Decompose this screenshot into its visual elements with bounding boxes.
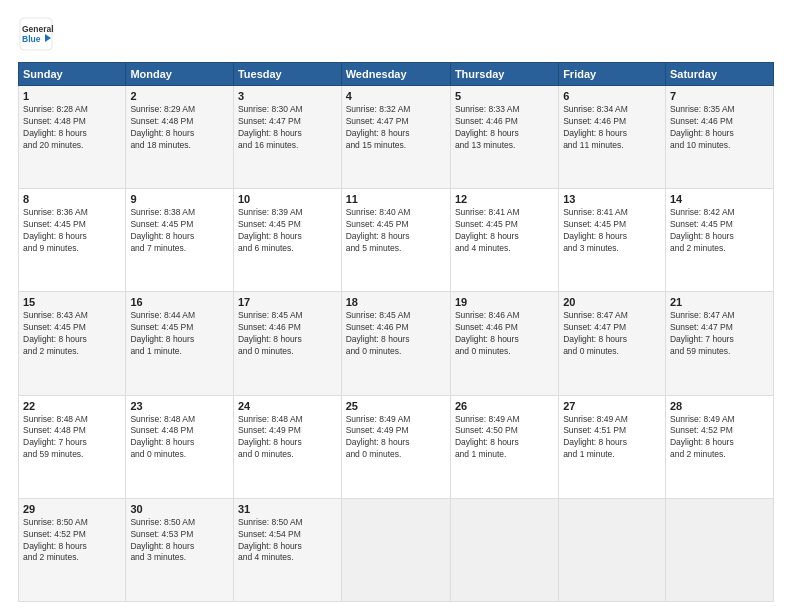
- calendar-body: 1Sunrise: 8:28 AM Sunset: 4:48 PM Daylig…: [19, 86, 774, 602]
- week-row-5: 29Sunrise: 8:50 AM Sunset: 4:52 PM Dayli…: [19, 498, 774, 601]
- header-cell-tuesday: Tuesday: [233, 63, 341, 86]
- header-cell-wednesday: Wednesday: [341, 63, 450, 86]
- day-number: 24: [238, 400, 337, 412]
- week-row-2: 8Sunrise: 8:36 AM Sunset: 4:45 PM Daylig…: [19, 189, 774, 292]
- day-number: 15: [23, 296, 121, 308]
- day-info: Sunrise: 8:30 AM Sunset: 4:47 PM Dayligh…: [238, 104, 337, 152]
- day-number: 2: [130, 90, 229, 102]
- day-number: 18: [346, 296, 446, 308]
- day-info: Sunrise: 8:49 AM Sunset: 4:49 PM Dayligh…: [346, 414, 446, 462]
- day-cell: 9Sunrise: 8:38 AM Sunset: 4:45 PM Daylig…: [126, 189, 234, 292]
- day-info: Sunrise: 8:45 AM Sunset: 4:46 PM Dayligh…: [346, 310, 446, 358]
- header-cell-sunday: Sunday: [19, 63, 126, 86]
- day-number: 3: [238, 90, 337, 102]
- day-cell: 30Sunrise: 8:50 AM Sunset: 4:53 PM Dayli…: [126, 498, 234, 601]
- day-cell: 2Sunrise: 8:29 AM Sunset: 4:48 PM Daylig…: [126, 86, 234, 189]
- day-cell: 6Sunrise: 8:34 AM Sunset: 4:46 PM Daylig…: [559, 86, 666, 189]
- day-cell: 7Sunrise: 8:35 AM Sunset: 4:46 PM Daylig…: [665, 86, 773, 189]
- day-info: Sunrise: 8:48 AM Sunset: 4:48 PM Dayligh…: [23, 414, 121, 462]
- day-number: 21: [670, 296, 769, 308]
- day-number: 14: [670, 193, 769, 205]
- day-info: Sunrise: 8:41 AM Sunset: 4:45 PM Dayligh…: [563, 207, 661, 255]
- day-cell: 26Sunrise: 8:49 AM Sunset: 4:50 PM Dayli…: [450, 395, 558, 498]
- day-info: Sunrise: 8:38 AM Sunset: 4:45 PM Dayligh…: [130, 207, 229, 255]
- day-info: Sunrise: 8:28 AM Sunset: 4:48 PM Dayligh…: [23, 104, 121, 152]
- day-number: 16: [130, 296, 229, 308]
- day-cell: 1Sunrise: 8:28 AM Sunset: 4:48 PM Daylig…: [19, 86, 126, 189]
- week-row-1: 1Sunrise: 8:28 AM Sunset: 4:48 PM Daylig…: [19, 86, 774, 189]
- day-info: Sunrise: 8:39 AM Sunset: 4:45 PM Dayligh…: [238, 207, 337, 255]
- day-cell: 27Sunrise: 8:49 AM Sunset: 4:51 PM Dayli…: [559, 395, 666, 498]
- day-number: 29: [23, 503, 121, 515]
- day-number: 17: [238, 296, 337, 308]
- day-info: Sunrise: 8:43 AM Sunset: 4:45 PM Dayligh…: [23, 310, 121, 358]
- day-info: Sunrise: 8:36 AM Sunset: 4:45 PM Dayligh…: [23, 207, 121, 255]
- header-cell-monday: Monday: [126, 63, 234, 86]
- day-number: 8: [23, 193, 121, 205]
- day-cell: 17Sunrise: 8:45 AM Sunset: 4:46 PM Dayli…: [233, 292, 341, 395]
- day-cell: 23Sunrise: 8:48 AM Sunset: 4:48 PM Dayli…: [126, 395, 234, 498]
- day-number: 28: [670, 400, 769, 412]
- day-cell: 24Sunrise: 8:48 AM Sunset: 4:49 PM Dayli…: [233, 395, 341, 498]
- day-number: 22: [23, 400, 121, 412]
- day-cell: 20Sunrise: 8:47 AM Sunset: 4:47 PM Dayli…: [559, 292, 666, 395]
- day-number: 30: [130, 503, 229, 515]
- calendar-page: General Blue SundayMondayTuesdayWednesda…: [0, 0, 792, 612]
- day-cell: 3Sunrise: 8:30 AM Sunset: 4:47 PM Daylig…: [233, 86, 341, 189]
- logo: General Blue: [18, 16, 54, 52]
- header-row: SundayMondayTuesdayWednesdayThursdayFrid…: [19, 63, 774, 86]
- day-number: 20: [563, 296, 661, 308]
- day-info: Sunrise: 8:41 AM Sunset: 4:45 PM Dayligh…: [455, 207, 554, 255]
- day-cell: 4Sunrise: 8:32 AM Sunset: 4:47 PM Daylig…: [341, 86, 450, 189]
- day-number: 5: [455, 90, 554, 102]
- day-cell: [341, 498, 450, 601]
- day-number: 1: [23, 90, 121, 102]
- day-info: Sunrise: 8:44 AM Sunset: 4:45 PM Dayligh…: [130, 310, 229, 358]
- day-cell: [559, 498, 666, 601]
- day-cell: 21Sunrise: 8:47 AM Sunset: 4:47 PM Dayli…: [665, 292, 773, 395]
- week-row-4: 22Sunrise: 8:48 AM Sunset: 4:48 PM Dayli…: [19, 395, 774, 498]
- day-cell: 25Sunrise: 8:49 AM Sunset: 4:49 PM Dayli…: [341, 395, 450, 498]
- header-cell-friday: Friday: [559, 63, 666, 86]
- day-cell: 29Sunrise: 8:50 AM Sunset: 4:52 PM Dayli…: [19, 498, 126, 601]
- day-info: Sunrise: 8:50 AM Sunset: 4:53 PM Dayligh…: [130, 517, 229, 565]
- svg-text:Blue: Blue: [22, 34, 41, 44]
- day-info: Sunrise: 8:49 AM Sunset: 4:51 PM Dayligh…: [563, 414, 661, 462]
- calendar-table: SundayMondayTuesdayWednesdayThursdayFrid…: [18, 62, 774, 602]
- day-info: Sunrise: 8:29 AM Sunset: 4:48 PM Dayligh…: [130, 104, 229, 152]
- day-cell: 8Sunrise: 8:36 AM Sunset: 4:45 PM Daylig…: [19, 189, 126, 292]
- day-number: 25: [346, 400, 446, 412]
- day-info: Sunrise: 8:48 AM Sunset: 4:49 PM Dayligh…: [238, 414, 337, 462]
- day-cell: [665, 498, 773, 601]
- header-cell-saturday: Saturday: [665, 63, 773, 86]
- day-number: 6: [563, 90, 661, 102]
- logo-svg-icon: General Blue: [18, 16, 54, 52]
- day-info: Sunrise: 8:49 AM Sunset: 4:50 PM Dayligh…: [455, 414, 554, 462]
- day-cell: 15Sunrise: 8:43 AM Sunset: 4:45 PM Dayli…: [19, 292, 126, 395]
- day-cell: 28Sunrise: 8:49 AM Sunset: 4:52 PM Dayli…: [665, 395, 773, 498]
- day-number: 31: [238, 503, 337, 515]
- day-info: Sunrise: 8:33 AM Sunset: 4:46 PM Dayligh…: [455, 104, 554, 152]
- day-cell: 31Sunrise: 8:50 AM Sunset: 4:54 PM Dayli…: [233, 498, 341, 601]
- day-cell: 10Sunrise: 8:39 AM Sunset: 4:45 PM Dayli…: [233, 189, 341, 292]
- header-cell-thursday: Thursday: [450, 63, 558, 86]
- day-number: 11: [346, 193, 446, 205]
- day-info: Sunrise: 8:47 AM Sunset: 4:47 PM Dayligh…: [670, 310, 769, 358]
- day-number: 10: [238, 193, 337, 205]
- day-info: Sunrise: 8:40 AM Sunset: 4:45 PM Dayligh…: [346, 207, 446, 255]
- day-number: 26: [455, 400, 554, 412]
- day-cell: 16Sunrise: 8:44 AM Sunset: 4:45 PM Dayli…: [126, 292, 234, 395]
- week-row-3: 15Sunrise: 8:43 AM Sunset: 4:45 PM Dayli…: [19, 292, 774, 395]
- day-info: Sunrise: 8:50 AM Sunset: 4:52 PM Dayligh…: [23, 517, 121, 565]
- day-number: 13: [563, 193, 661, 205]
- day-number: 7: [670, 90, 769, 102]
- svg-text:General: General: [22, 24, 54, 34]
- header: General Blue: [18, 16, 774, 52]
- day-info: Sunrise: 8:32 AM Sunset: 4:47 PM Dayligh…: [346, 104, 446, 152]
- day-cell: 12Sunrise: 8:41 AM Sunset: 4:45 PM Dayli…: [450, 189, 558, 292]
- day-cell: [450, 498, 558, 601]
- day-number: 12: [455, 193, 554, 205]
- day-cell: 5Sunrise: 8:33 AM Sunset: 4:46 PM Daylig…: [450, 86, 558, 189]
- day-cell: 14Sunrise: 8:42 AM Sunset: 4:45 PM Dayli…: [665, 189, 773, 292]
- calendar-header: SundayMondayTuesdayWednesdayThursdayFrid…: [19, 63, 774, 86]
